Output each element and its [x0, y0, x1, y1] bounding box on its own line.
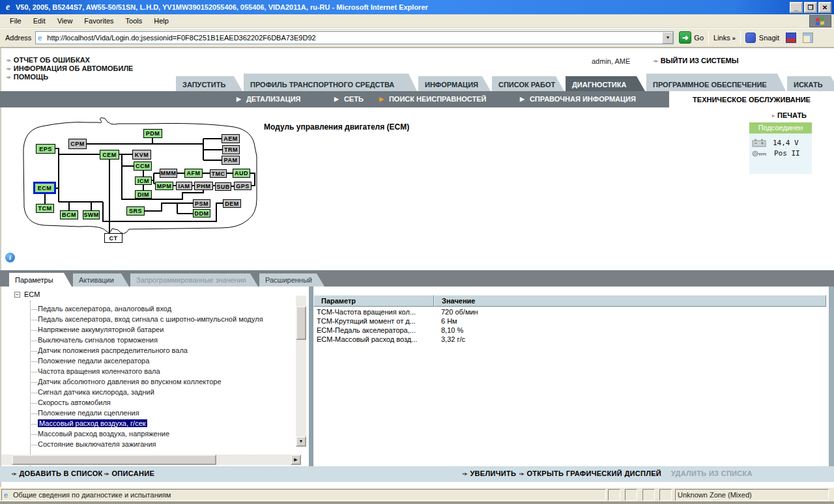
snagit-button[interactable]: Snagit [745, 33, 779, 43]
action-arrow-icon: ▪▸ [519, 471, 524, 477]
module-sub[interactable]: SUB [215, 182, 231, 191]
module-srs[interactable]: SRS [126, 206, 145, 216]
tree-item[interactable]: Массовый расход воздуха, г/сек [38, 419, 147, 428]
tree-item[interactable]: Положение педали акселератора [38, 357, 149, 366]
tree-item[interactable]: Положение педали сцепления [38, 409, 139, 418]
module-afm[interactable]: AFM [184, 169, 203, 178]
minimize-button[interactable]: _ [790, 2, 803, 13]
module-dem[interactable]: DEM [223, 199, 241, 208]
module-trm[interactable]: TRM [222, 145, 240, 154]
address-dropdown-button[interactable]: ▼ [662, 32, 673, 44]
module-gps[interactable]: GPS [234, 182, 252, 190]
print-button[interactable]: ▸ПЕЧАТЬ [772, 111, 807, 119]
subnav-4[interactable]: ▶СПРАВОЧНАЯ ИНФОРМАЦИЯ [520, 95, 636, 103]
module-ecm[interactable]: ECM [33, 182, 56, 194]
tree-item[interactable]: Педаль акселератора, аналоговый вход [38, 305, 171, 314]
module-swm[interactable]: SWM [83, 210, 100, 219]
tree-root[interactable]: − ECM [14, 290, 40, 298]
tab-диагностика[interactable]: ДИАГНОСТИКА [566, 76, 645, 91]
module-tcm[interactable]: TCM [36, 204, 54, 213]
module-eps[interactable]: EPS [36, 144, 55, 154]
header-link-2[interactable]: ▪▸ИНФОРМАЦИЯ ОБ АВТОМОБИЛЕ [7, 64, 133, 72]
module-pdm[interactable]: PDM [143, 129, 162, 138]
tree-item[interactable]: Массовый расход воздуха, напряжение [38, 430, 169, 439]
go-button[interactable]: ➜ Go [679, 31, 704, 44]
module-psm[interactable]: PSM [193, 199, 210, 208]
logout-link[interactable]: ▪▸ВЫЙТИ ИЗ СИСТЕМЫ [654, 57, 739, 64]
info-icon[interactable]: i [5, 253, 15, 262]
tree-vscroll-thumb[interactable] [296, 306, 306, 340]
module-ct[interactable]: CT [104, 233, 122, 243]
module-cpm[interactable]: CPM [68, 139, 87, 149]
module-pam[interactable]: PAM [222, 156, 240, 165]
column-header-parameter[interactable]: Параметр [313, 295, 434, 307]
module-mmm[interactable]: MMM [160, 169, 177, 178]
menu-help[interactable]: Help [148, 16, 175, 26]
subnav-3[interactable]: ▶ПОИСК НЕИСПРАВНОСТЕЙ [379, 95, 486, 103]
module-phm[interactable]: PHM [194, 182, 213, 190]
tree-item[interactable]: Датчик положения распределительного вала [38, 346, 188, 356]
tab-информация[interactable]: ИНФОРМАЦИЯ [418, 76, 491, 91]
module-cem[interactable]: CEM [100, 150, 119, 160]
module-bcm[interactable]: BCM [60, 210, 78, 219]
subnav-2[interactable]: ▶СЕТЬ [334, 95, 364, 103]
pane-splitter[interactable] [309, 287, 313, 466]
module-aud[interactable]: AUD [233, 169, 250, 178]
action-описание[interactable]: ▪▸ОПИСАНИЕ [104, 469, 154, 477]
edit-page-icon[interactable] [803, 33, 813, 43]
address-input[interactable]: e http://localhost/Vida/Login.do;jsessio… [35, 31, 674, 44]
module-ddm[interactable]: DDM [193, 209, 210, 217]
module-icm[interactable]: ICM [135, 176, 152, 185]
action-добавить-в-список[interactable]: ▪▸ДОБАВИТЬ В СПИСОК [12, 469, 103, 477]
tab-искать[interactable]: ИСКАТЬ [787, 76, 834, 91]
module-aem[interactable]: AEM [222, 134, 240, 143]
tree-item[interactable]: Частота вращения коленчатого вала [38, 367, 160, 376]
table-row[interactable]: TCM-Частота вращения кол...720 об/мин [313, 308, 826, 317]
subnav-1[interactable]: ▶ДЕТАЛИЗАЦИЯ [237, 95, 301, 103]
right-scroll-strip[interactable] [829, 287, 834, 466]
header-link-1[interactable]: ▪▸ОТЧЕТ ОБ ОШИБКАХ [7, 56, 90, 64]
snagit-toolbar-icon[interactable] [786, 33, 796, 43]
tree-scroll-right-button[interactable]: ▶ [291, 455, 301, 465]
menu-edit[interactable]: Edit [27, 16, 51, 26]
ptab-1[interactable]: Параметры [9, 273, 72, 287]
menu-favorites[interactable]: Favorites [78, 16, 119, 26]
tree-item[interactable]: Педаль акселератора, вход сигнала с широ… [38, 315, 263, 324]
tree-scroll-down-button[interactable]: ▼ [296, 436, 306, 447]
ptab-3[interactable]: Запрограммированные значения [130, 273, 258, 287]
module-kvm[interactable]: KVM [132, 150, 151, 160]
menu-file[interactable]: File [4, 16, 27, 26]
menu-view[interactable]: View [51, 16, 79, 26]
table-row[interactable]: TCM-Крутящий момент от д...6 Нм [313, 317, 826, 326]
tree-hscroll-thumb[interactable] [12, 455, 216, 465]
menu-tools[interactable]: Tools [120, 16, 149, 26]
action-увеличить[interactable]: ▪▸УВЕЛИЧИТЬ [463, 469, 516, 477]
tree-item[interactable]: Скорость автомобиля [38, 399, 111, 408]
tab-программное-обеспечение[interactable]: ПРОГРАММНОЕ ОБЕСПЕЧЕНИЕ [646, 74, 786, 91]
tree-item[interactable]: Датчик абсолютного давления во впускном … [38, 378, 222, 387]
module-ccm[interactable]: CCM [134, 161, 152, 171]
ptab-2[interactable]: Активации [73, 273, 129, 287]
restore-button[interactable]: ❐ [804, 2, 817, 13]
table-row[interactable]: ECM-Педаль акселератора,...8,10 % [313, 326, 826, 335]
tree-item[interactable]: Напряжение аккумуляторной батареи [38, 326, 164, 335]
module-tmc[interactable]: TMC [210, 169, 227, 178]
table-row[interactable]: ECM-Массовый расход возд...3,32 г/с [313, 335, 826, 344]
tree-item[interactable]: Состояние выключателя зажигания [38, 440, 156, 449]
status-page-icon: e [4, 491, 13, 499]
links-menu[interactable]: Links » [713, 34, 736, 42]
tree-collapse-icon[interactable]: − [14, 292, 20, 298]
close-button[interactable]: ✕ [818, 2, 831, 13]
tab-профиль-транспортного-средства[interactable]: ПРОФИЛЬ ТРАНСПОРТНОГО СРЕДСТВА [244, 74, 417, 91]
tab-список-работ[interactable]: СПИСОК РАБОТ [492, 76, 564, 91]
module-iam[interactable]: IAM [176, 182, 192, 190]
module-dim[interactable]: DIM [135, 190, 152, 199]
link-arrow-icon: ▪▸ [654, 58, 658, 64]
column-header-value[interactable]: Значение [434, 295, 826, 307]
module-mpm[interactable]: MPM [155, 182, 173, 190]
tree-item[interactable]: Сигнал датчика кислорода, задний [38, 388, 154, 397]
action-открыть-графический-дисплей[interactable]: ▪▸ОТКРЫТЬ ГРАФИЧЕСКИЙ ДИСПЛЕЙ [519, 469, 661, 477]
ptab-4[interactable]: Расширенный [259, 273, 324, 287]
tab-запустить[interactable]: ЗАПУСТИТЬ [176, 76, 242, 91]
tree-item[interactable]: Выключатель сигналов торможения [38, 336, 158, 345]
